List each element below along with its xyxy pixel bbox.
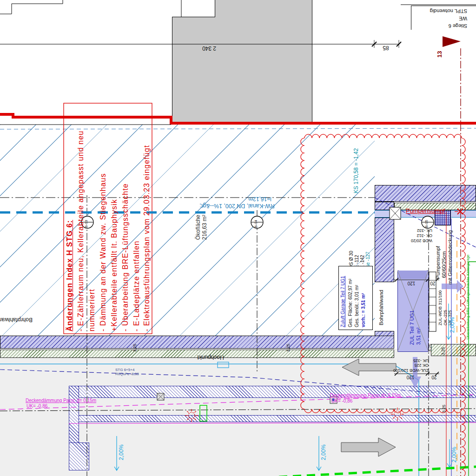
zuluft-box-line3: Ges. benöt.: 3,01 m² <box>354 285 359 327</box>
slope-label-3: 2,00% <box>451 447 457 463</box>
slope-arrows <box>114 304 452 470</box>
insulation-note-right-1: Deckendämmung Paroc d= 0,15m <box>330 393 401 398</box>
flow-arrow-left <box>342 359 396 376</box>
title-block-line3: STPL notwendig <box>411 7 467 15</box>
rw-kanal-label: RW-Kanal, DN 200, 1%--&gt; <box>195 203 279 209</box>
zul120-line2: OK 225 <box>395 363 429 368</box>
revision-item-1b: nummeriert <box>88 289 96 331</box>
shaft-dim-20-bottom: 20 <box>430 375 438 380</box>
title-block: Stiege 6 WE STPL notwendig <box>411 6 476 30</box>
pump-sump-col1: Pumpensumpf <box>435 246 441 279</box>
slope-label-1: 2,00% <box>118 444 125 460</box>
oekoflaeche-label: Ökofläche <box>195 215 201 240</box>
revision-item-3: - Überarbeitung BRE-Lüftungsschächte <box>121 183 130 331</box>
zuluft-box-line4: vorh.: = 3,51 m² <box>361 293 366 327</box>
revision-item-2b: +Kellerabteile entfällt lt. Bauphysik <box>110 199 119 331</box>
pump-sump-col2: 60/60/25cm <box>441 251 447 278</box>
pump-sump-callout: Pumpensumpf <box>406 207 445 214</box>
wall-dim-4: 3,25 <box>441 347 445 355</box>
slope-label-4: 2,00% <box>449 317 456 333</box>
flow-arrow-right <box>341 438 396 456</box>
shaft-dim-120-bottom: 120 <box>403 375 417 380</box>
revision-clouds-and-symbols <box>185 134 465 476</box>
section-marker-label: 13 <box>436 51 443 58</box>
revision-item-5: - Elektroausführungsplan vom 29.03.23 ei… <box>143 145 151 331</box>
shaft-label-2: 3,51 m² <box>416 328 421 345</box>
hochpunkt-label: Hochpunkt <box>196 354 225 361</box>
wdb-block: WDB 20/20 OK -312 UK -332 <box>408 228 432 243</box>
title-block-line2: WE <box>411 15 467 22</box>
cad-plan-canvas: { "colors":{"red":"#dd0000","dark_red":"… <box>0 0 476 476</box>
shaft-dim-120-top: 120 <box>404 281 418 286</box>
site-boundary-red-line <box>0 114 476 123</box>
wall-dim-3: 3,25 <box>428 344 432 352</box>
bohrpfahlwand-label: Bohrpfahlwand <box>378 290 384 325</box>
zul311-line1: ZUL-WDB 311/100 <box>438 291 443 325</box>
zuluft-box-line2: Ges. Fläche: 602,97 m² <box>348 279 353 328</box>
shaft-label-1: ZUL Teil 7 UG1 <box>409 310 415 345</box>
dimension-total: 2 340 <box>197 45 221 52</box>
stg-note-line1: STG 6+5+4 <box>115 368 139 372</box>
rw-kanal-length: l=16,12m <box>241 196 279 202</box>
insulation-note-left-2: UK= -0,86 <box>26 403 47 409</box>
shaft-dim-20-top: 20 <box>429 281 437 286</box>
zul120-line3: UK -325 <box>395 358 429 363</box>
insulation-note-right-2: UK= -0,86 <box>331 398 352 403</box>
stg-note-line2: RüQuFe -8,33 <box>115 372 139 376</box>
stg-note: STG 6+5+4 RüQuFe -8,33 <box>115 368 139 376</box>
revision-item-1: - E-Zählerraum neu, Kellerabteile angepa… <box>77 131 85 331</box>
wdb-line3: UK -332 <box>408 228 432 233</box>
title-block-line1: Stiege 6 <box>411 22 467 30</box>
revision-item-4: - E-Ladeplätze entfallen <box>132 241 141 331</box>
axis-marker-label-1: B-03 <box>84 220 88 228</box>
wall-dim-5: 3,25 <box>442 404 446 413</box>
section-marker-triangle <box>443 36 461 47</box>
revision-item-2: - Dämmung an der Wand zw. Stiegenhaus <box>99 173 107 331</box>
zul120-block: ZUL-WDB 120/100 OK 225 UK -325 <box>395 358 429 373</box>
axis-marker-label-2: B-04 <box>254 220 258 228</box>
wdb-line2: OK -312 <box>408 233 432 238</box>
oekoflaeche-area: 216,63 m² <box>201 215 208 240</box>
zuluft-box-line1: Zuluft Garage Teil 7 UG1 <box>340 276 345 327</box>
zul120-line1: ZUL-WDB 120/100 <box>395 368 429 373</box>
pump-sump-col3: mit Gitterrostabdeckung <box>447 230 453 284</box>
bohrpfahlwand-label-left: Bohrpfahlwand <box>0 317 33 323</box>
wall-dim-1: 3,25 <box>133 344 137 352</box>
ks-level-label: KS 170,58 = -1,42 <box>353 148 359 193</box>
slope-label-2: 2,00% <box>320 444 327 460</box>
zul311-line2: OK -225 <box>443 310 448 325</box>
insulation-note-left-1: Deckendämmung Paroc d= 0,15m <box>26 398 96 403</box>
green-revision-note: Überarbeitung BRE-Lüftungsschächte Kelle… <box>466 255 470 339</box>
dimension-right: 85 <box>378 45 394 51</box>
revision-title: Änderungen Index H STG 6: <box>66 220 74 331</box>
wall-dim-2: 3,25 <box>286 344 291 352</box>
axis-marker-label-3: B-05 <box>424 220 429 228</box>
wdb-line1: WDB 20/20 <box>408 238 432 243</box>
